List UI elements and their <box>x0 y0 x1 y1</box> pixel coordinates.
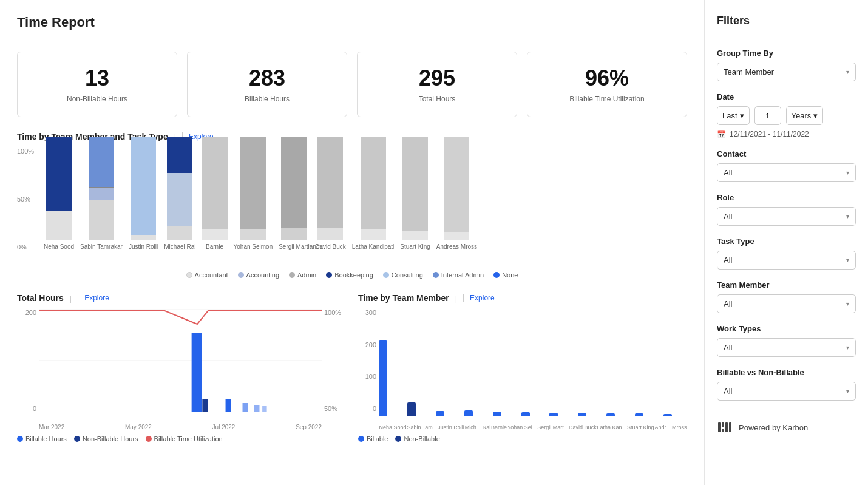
legend-consulting: Consulting <box>383 271 423 279</box>
legend-dot <box>17 436 23 442</box>
team-member-select[interactable]: All ▾ <box>717 294 856 313</box>
bar-billable <box>663 414 672 416</box>
kpi-billable: 283 Billable Hours <box>187 52 347 117</box>
bar-billable <box>379 340 387 416</box>
bar-seg <box>402 137 428 231</box>
date-period-select[interactable]: Last ▾ <box>717 106 750 125</box>
legend-admin: Admin <box>289 271 316 279</box>
work-types-label: Work Types <box>717 324 856 333</box>
y-label-0: 0% <box>17 243 34 251</box>
bar-label: Sabin Tamrakar <box>80 243 123 251</box>
bar-billable <box>521 412 530 416</box>
group-time-by-filter: Group Time By Team Member ▾ <box>717 49 856 81</box>
legend-label: Billable <box>367 435 388 443</box>
kpi-billable-label: Billable Hours <box>198 95 336 103</box>
team-member-bar-chart: Time by Team Member | Explore 300 200 10… <box>358 293 687 443</box>
x-neha: Neha Sood <box>379 424 406 430</box>
svg-rect-8 <box>202 399 208 412</box>
date-range: 📅 12/11/2021 - 11/11/2022 <box>717 130 856 138</box>
x-mar: Mar 2022 <box>39 424 64 430</box>
group-time-by-select[interactable]: Team Member ▾ <box>717 63 856 81</box>
legend-dot <box>395 436 401 442</box>
legend-none: None <box>493 271 518 279</box>
chevron-down-icon: ▾ <box>846 300 849 307</box>
chevron-down-icon: ▾ <box>846 213 849 220</box>
team-member-explore[interactable]: Explore <box>463 294 495 302</box>
x-yohan: Yohan Sei... <box>507 424 537 430</box>
bar-label: Michael Rai <box>164 243 195 251</box>
legend-label: None <box>502 271 518 279</box>
svg-rect-10 <box>718 422 721 432</box>
bar-justin: Justin Rolli <box>129 137 158 251</box>
x-stuart: Stuart King <box>627 424 654 430</box>
bar-seg <box>361 229 386 240</box>
line-chart-area: 200 0 <box>17 309 346 430</box>
bar-seg <box>202 229 228 240</box>
legend-non-billable: Non-Billable <box>395 435 439 443</box>
chart-top-legend: Accountant Accounting Admin Bookkeeping … <box>17 271 687 279</box>
legend-dot <box>74 436 80 442</box>
kpi-utilization-label: Billable Time Utilization <box>538 95 676 103</box>
legend-non-billable: Non-Billable Hours <box>74 435 138 443</box>
bar-seg <box>281 228 307 240</box>
legend-dot <box>289 272 295 278</box>
x-sep: Sep 2022 <box>296 424 322 430</box>
bar-billable <box>493 412 501 416</box>
bar-andreas: Andreas Mross <box>436 137 477 251</box>
x-may: May 2022 <box>125 424 152 430</box>
date-unit-select[interactable]: Years ▾ <box>786 106 824 125</box>
bar-neha-sood: Neha Sood <box>44 137 74 251</box>
kpi-utilization: 96% Billable Time Utilization <box>527 52 687 117</box>
bar-seg <box>46 211 72 240</box>
bar-stuart: Stuart King <box>400 137 430 251</box>
bar-label: Andreas Mross <box>436 243 477 251</box>
x-sergii: Sergii Mart... <box>537 424 568 430</box>
bar-seg <box>444 232 469 240</box>
chevron-down-icon: ▾ <box>846 169 849 176</box>
role-select[interactable]: All ▾ <box>717 207 856 226</box>
legend-label: Billable Hours <box>25 435 67 443</box>
role-value: All <box>724 212 732 221</box>
task-type-value: All <box>724 256 732 265</box>
total-hours-chart: Total Hours | Explore 200 0 <box>17 293 346 443</box>
team-task-chart: Time by Team Member and Task Type | Expl… <box>17 132 687 279</box>
bar-seg <box>131 235 156 240</box>
bars-container: Neha Sood Sabin Tamrakar <box>17 148 687 269</box>
y-axis-left: 200 0 <box>17 309 36 412</box>
bar-seg <box>89 187 114 200</box>
bar-seg <box>361 137 386 229</box>
legend-label: Billable Time Utilization <box>154 435 223 443</box>
work-types-select[interactable]: All ▾ <box>717 338 856 357</box>
bar-billable <box>606 413 615 416</box>
bar-non-billable <box>407 402 416 416</box>
task-type-select[interactable]: All ▾ <box>717 251 856 270</box>
chevron-down-icon: ▾ <box>740 111 744 120</box>
bar-seg <box>317 137 343 228</box>
bar-billable <box>464 410 473 416</box>
divider: | <box>70 294 72 303</box>
bar-latha <box>606 413 630 416</box>
svg-rect-12 <box>722 429 724 432</box>
bar-label: Barnie <box>206 243 223 251</box>
team-member-filter: Team Member All ▾ <box>717 280 856 313</box>
kpi-utilization-value: 96% <box>538 66 676 91</box>
bar-sergii: Sergii Martianov <box>279 137 309 251</box>
x-justin: Justin Rolli <box>438 424 464 430</box>
billable-select[interactable]: All ▾ <box>717 382 856 401</box>
legend-dot <box>146 436 152 442</box>
kpi-non-billable: 13 Non-Billable Hours <box>17 52 177 117</box>
bar-billable <box>549 413 558 416</box>
y-100pct: 100% <box>324 309 346 316</box>
date-label: Date <box>717 92 856 101</box>
date-number-input[interactable] <box>754 106 781 125</box>
chevron-down-icon: ▾ <box>846 388 849 395</box>
x-michael: Mich... Rai <box>465 424 491 430</box>
task-type-label: Task Type <box>717 237 856 246</box>
role-label: Role <box>717 193 856 202</box>
bar-label: Justin Rolli <box>129 243 158 251</box>
y-axis: 100% 50% 0% <box>17 148 34 251</box>
total-hours-explore[interactable]: Explore <box>78 294 109 302</box>
bar-michael <box>464 410 488 416</box>
date-unit-value: Years <box>792 111 812 120</box>
contact-select[interactable]: All ▾ <box>717 163 856 182</box>
